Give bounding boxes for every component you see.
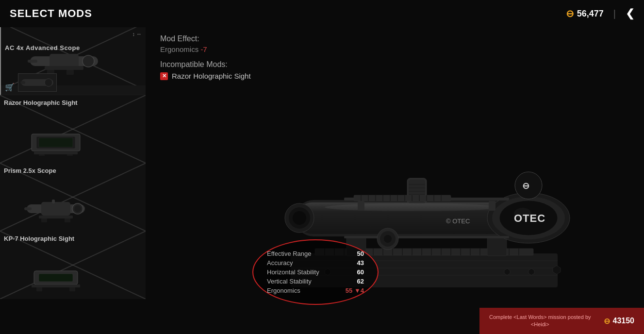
mod-effect-value: Ergonomics -7 [160,45,629,53]
small-scope-img [18,73,57,92]
svg-point-8 [45,79,52,86]
stat-label-vertical-stability: Vertical Stability [267,278,335,285]
header-right: ⊖ 56,477 | ❮ [566,7,634,20]
small-scope-svg [20,75,54,90]
header: Select Mods ⊖ 56,477 | ❮ [0,0,644,27]
notification-bar: Complete <Last Words> mission posted by … [479,308,644,334]
stat-label-effective-range: Effective Range [267,250,335,257]
stat-row-horizontal-stability: Horizontal Stability 60 [267,267,364,277]
svg-rect-13 [34,151,78,154]
mod-list-sidebar: AC 4x Advanced Scope ↕ ↔ 🛒 [0,27,146,334]
mod-item-kp7[interactable]: KP-7 Holographic Sight [0,231,146,299]
svg-rect-4 [45,66,83,70]
stat-row-vertical-stability: Vertical Stability 62 [267,277,364,286]
mod-item-image-kp7: KP-7 Holographic Sight [0,231,146,299]
svg-text:© OTEC: © OTEC [446,217,470,225]
svg-rect-3 [28,60,37,63]
currency-icon: ⊖ [566,8,574,19]
expand-icon: ↕ ↔ [132,31,142,37]
svg-rect-12 [39,138,73,147]
razor-thumbnail [22,129,90,156]
buy-amount: 43150 [613,317,635,325]
page-title: Select Mods [10,7,92,20]
stat-label-horizontal-stability: Horizontal Stability [267,268,335,276]
stat-value-horizontal-stability: 60 [357,268,364,276]
mod-item-ac4x[interactable]: AC 4x Advanced Scope ↕ ↔ 🛒 [0,27,146,95]
weapon-image-area: OTEC ⊖ © OTEC [170,66,644,334]
svg-rect-21 [52,200,55,203]
mod-effect-stat-value: -7 [200,45,207,53]
stat-label-accuracy: Accuracy [267,259,335,267]
svg-rect-17 [41,202,70,216]
stat-row-accuracy: Accuracy 43 [267,258,364,267]
svg-point-75 [293,211,306,225]
stats-panel: Effective Range 50 Accuracy 43 Horizonta… [252,239,379,305]
cart-icon: 🛒 [5,83,15,92]
svg-rect-20 [24,207,32,210]
svg-rect-15 [67,154,73,156]
incompatible-item-name: Razor Holographic Sight [172,72,251,80]
mod-item-prism[interactable]: Prism 2.5x Scope [0,163,146,231]
mod-item-name-razor: Razor Holographic Sight [4,99,78,106]
mod-details-panel: Mod Effect: Ergonomics -7 Incompatible M… [146,27,644,87]
currency-amount: 56,477 [577,9,604,19]
svg-point-2 [83,55,94,67]
notification-line1: Complete <Last Words> mission posted by [489,314,591,321]
svg-rect-14 [39,154,45,156]
kp7-thumbnail [22,265,90,292]
incompatible-item-razor: ✕ Razor Holographic Sight [160,72,629,80]
notification-text: Complete <Last Words> mission posted by … [489,314,591,329]
buy-price: ⊖ 43150 [604,317,635,326]
mod-item-name-ac4x: AC 4x Advanced Scope [5,44,80,51]
incompatible-label: Incompatible Mods: [160,60,629,69]
prism-thumbnail [22,197,90,224]
stat-value-vertical-stability: 62 [357,278,364,285]
svg-text:⊖: ⊖ [522,181,529,191]
svg-rect-29 [69,287,75,291]
svg-rect-27 [32,284,80,287]
mod-item-image-prism: Prism 2.5x Scope [0,163,146,231]
svg-rect-24 [65,218,70,222]
stat-value-ergonomics: 55 ▼4 [346,287,364,294]
svg-rect-28 [36,287,42,291]
svg-rect-23 [41,218,47,222]
svg-rect-26 [39,274,73,282]
main-content: Mod Effect: Ergonomics -7 Incompatible M… [146,27,644,334]
currency-display: ⊖ 56,477 [566,8,604,19]
svg-rect-77 [344,236,509,238]
stat-value-effective-range: 50 [357,250,364,257]
svg-rect-9 [20,81,25,84]
stat-row-effective-range: Effective Range 50 [267,249,364,258]
svg-point-65 [325,203,499,211]
back-button[interactable]: ❮ [626,7,634,20]
mod-effect-label: Mod Effect: [160,34,629,43]
stat-label-ergonomics: Ergonomics [267,287,335,294]
buy-currency-icon: ⊖ [604,317,610,326]
svg-rect-22 [39,216,73,218]
svg-rect-101 [358,201,364,211]
svg-rect-102 [489,201,495,211]
mod-item-image-razor: Razor Holographic Sight [0,95,146,163]
mod-item-name-kp7: KP-7 Holographic Sight [4,235,74,242]
svg-rect-6 [66,70,74,75]
stats-oval: Effective Range 50 Accuracy 43 Horizonta… [252,239,379,305]
stat-row-ergonomics: Ergonomics 55 ▼4 [267,286,364,295]
notification-line2: <Heidi> [489,321,591,328]
incompatible-x-icon: ✕ [160,72,168,80]
header-divider: | [613,8,616,19]
stat-value-accuracy: 43 [357,259,364,267]
svg-point-86 [384,235,392,243]
mod-item-razor[interactable]: Razor Holographic Sight [0,95,146,163]
svg-text:OTEC: OTEC [514,212,545,224]
mod-effect-stat-name: Ergonomics [160,45,200,53]
mod-item-name-prism: Prism 2.5x Scope [4,167,56,174]
svg-point-19 [74,205,81,212]
